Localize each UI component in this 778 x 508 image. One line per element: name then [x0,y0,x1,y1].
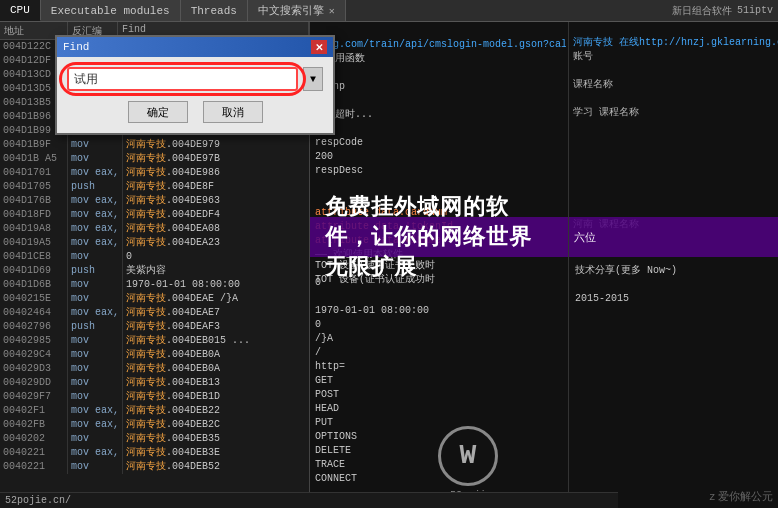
disasm-operand: 河南专技.004DEB2C [123,418,309,432]
disasm-addr: 004D1701 [0,166,68,180]
tab-cpu[interactable]: CPU [0,0,41,21]
right-line-23: / [312,346,566,360]
disasm-operand: 河南专技.004DE97B [123,152,309,166]
info-line-10 [569,162,778,176]
disasm-row[interactable]: 00402464mov eax,河南专技.004DEAE7 [0,306,309,320]
disasm-row[interactable]: 004029DDmov河南专技.004DEB13 [0,376,309,390]
right-line-10: respDesc [312,164,566,178]
tab-threads-label: Threads [191,5,237,17]
right-line-11 [312,178,566,192]
info-line-2: 账号 [569,50,778,64]
info-line-4: 课程名称 [569,78,778,92]
disasm-mnemonic: mov [68,432,123,446]
right-line-25: GET [312,374,566,388]
tab-chinese-close[interactable]: ✕ [329,5,335,17]
disasm-row[interactable]: 0040215Emov dword ptr ds:[ebx],河南专技.004D… [0,292,309,306]
dialog-title: Find [63,41,89,53]
disasm-operand: 河南专技.004DEB1D [123,390,309,404]
disasm-row[interactable]: 00402FBmov eax,河南专技.004DEB2C [0,418,309,432]
disasm-addr: 00402796 [0,320,68,334]
disasm-operand: 河南专技.004DE979 [123,138,309,152]
tab-chinese-search[interactable]: 中文搜索引擎 ✕ [248,0,346,21]
disasm-addr: 004D19A5 [0,236,68,250]
disasm-row[interactable]: 00402F1mov eax,河南专技.004DEB22 [0,404,309,418]
disasm-addr: 004D1D69 [0,264,68,278]
disasm-operand: 河南专技.004DEB0A [123,362,309,376]
info-tech-line: 技术分享(更多 Now~) [571,264,776,278]
disasm-row[interactable]: 004D19A5mov eax,河南专技.004DEA23 [0,236,309,250]
disasm-operand: 河南专技.004DEAE7 [123,306,309,320]
disasm-row[interactable]: 004029C4mov河南专技.004DEB0A [0,348,309,362]
disasm-mnemonic: mov [68,460,123,474]
right-line-7 [312,122,566,136]
disasm-mnemonic: push [68,320,123,334]
right-line-0 [312,24,566,38]
tab-executable-label: Executable modules [51,5,170,17]
disasm-row[interactable]: 004D1705push河南专技.004DE8F [0,180,309,194]
bottom-right-text: z 爱你解公元 [709,489,773,503]
tab-executable[interactable]: Executable modules [41,0,181,21]
tab-right-info: 新日组合软件 51iptv [672,0,778,21]
disasm-mnemonic: mov eax, [68,404,123,418]
dialog-title-bar[interactable]: Find ✕ [57,37,333,57]
disasm-row[interactable]: 004D1701mov eax,河南专技.004DE986 [0,166,309,180]
disasm-row[interactable]: 004D1D6Bmov1970-01-01 08:00:00 [0,278,309,292]
disasm-row[interactable]: 004D176Bmov eax,河南专技.004DE963 [0,194,309,208]
disasm-addr: 004029C4 [0,348,68,362]
disasm-addr: 004029F7 [0,390,68,404]
disasm-row[interactable]: 00402985mov河南专技.004DEB015 ... [0,334,309,348]
disasm-mnemonic: mov eax, [68,208,123,222]
disasm-row[interactable]: 0040221mov河南专技.004DEB52 [0,460,309,474]
mid-panel: ning.com/train/api/cmslogin-model.gson?c… [310,22,568,508]
disasm-row[interactable]: 004D1CE8mov0 [0,250,309,264]
disasm-operand: 0 [123,250,309,264]
disasm-mnemonic: mov [68,138,123,152]
disasm-operand: 河南专技.004DEA23 [123,236,309,250]
dialog-input-row: ▼ [67,67,323,91]
dialog-close-button[interactable]: ✕ [311,40,327,54]
info-line-3 [569,64,778,78]
disasm-row[interactable]: 004029F7mov河南专技.004DEB1D [0,390,309,404]
disasm-addr: 0040215E [0,292,68,306]
disasm-operand: 河南专技.004DE963 [123,194,309,208]
purple-banner-text: 免费挂外域网的软件，让你的网络世界无限扩展 [325,192,553,282]
disasm-row[interactable]: 004D19A8mov eax,河南专技.004DEA08 [0,222,309,236]
disasm-row[interactable]: 004D18FDmov eax,河南专技.004DEDF4 [0,208,309,222]
disasm-addr: 004029DD [0,376,68,390]
disasm-mnemonic: mov eax, [68,194,123,208]
info-line-7 [569,120,778,134]
disasm-row[interactable]: 004029D3mov河南专技.004DEB0A [0,362,309,376]
disasm-row[interactable]: 004D1B9Fmov河南专技.004DE979 [0,138,309,152]
disasm-row[interactable]: 0040202mov河南专技.004DEB35 [0,432,309,446]
watermark-symbol: W [460,440,477,471]
disasm-row[interactable]: 00402796push河南专技.004DEAF3 [0,320,309,334]
find-dropdown-button[interactable]: ▼ [303,67,323,91]
disasm-row[interactable]: 004D1D69push美紫内容 [0,264,309,278]
bottom-url-bar: 52pojie.cn/ [0,492,618,508]
find-input[interactable] [67,67,298,91]
disasm-mnemonic: mov eax, [68,418,123,432]
tab-threads[interactable]: Threads [181,0,248,21]
disasm-mnemonic: mov eax, [68,166,123,180]
disasm-operand: 1970-01-01 08:00:00 [123,278,309,292]
disasm-mnemonic: mov [68,362,123,376]
disasm-mnemonic: mov [68,376,123,390]
disasm-addr: 004D1B A5 [0,152,68,166]
find-confirm-button[interactable]: 确定 [128,101,188,123]
info-2015: 2015-2015 [571,292,776,306]
find-dialog[interactable]: Find ✕ ▼ 确定 取消 [55,35,335,135]
disasm-mnemonic: mov [68,250,123,264]
disasm-addr: 00402F1 [0,404,68,418]
disasm-addr: 0040221 [0,446,68,460]
disasm-addr: 004029D3 [0,362,68,376]
right-line-5 [312,94,566,108]
disasm-operand: 河南专技.004DEA08 [123,222,309,236]
info-banner: 六位 [574,230,596,244]
disasm-addr: 004D1D6B [0,278,68,292]
disasm-addr: 004D1B9F [0,138,68,152]
disasm-row[interactable]: 0040221mov eax,河南专技.004DEB3E [0,446,309,460]
find-cancel-button[interactable]: 取消 [203,101,263,123]
disasm-row[interactable]: 004D1B A5mov河南专技.004DE97B [0,152,309,166]
right-line-4: jsonp [312,80,566,94]
disasm-operand: 河南专技.004DEB35 [123,432,309,446]
